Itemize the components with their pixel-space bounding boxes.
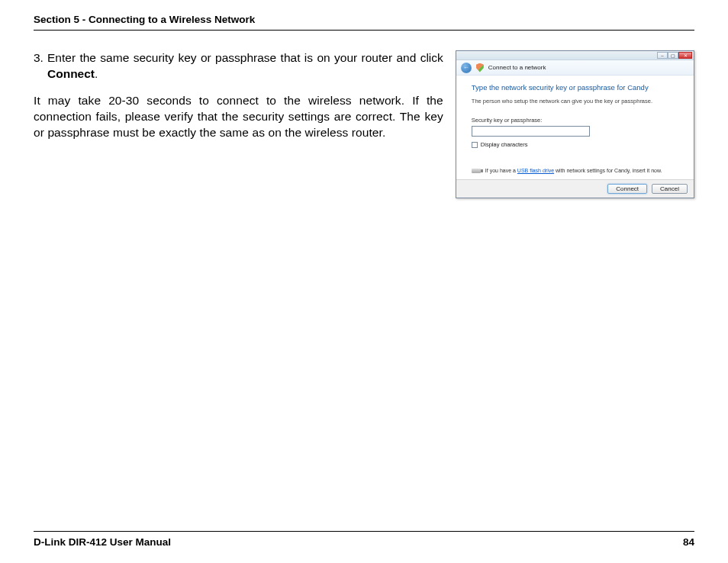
dialog-body: Type the network security key or passphr… [456,76,694,179]
usb-hint-text: If you have a USB flash drive with netwo… [485,168,662,173]
connect-button[interactable]: Connect [607,184,647,194]
step-number: 3. [34,50,47,82]
step-text-bold: Connect [47,67,95,80]
page-footer: D-Link DIR-412 User Manual 84 [34,531,694,548]
page-number: 84 [683,536,694,548]
step-text-pre: Enter the same security key or passphras… [47,51,443,64]
back-arrow-icon: ← [463,64,469,71]
maximize-button[interactable]: ▢ [668,52,678,59]
dialog-title: Connect to a network [488,64,546,71]
window-titlebar: – ▢ ✕ [456,51,694,60]
manual-page: Section 5 - Connecting to a Wireless Net… [0,0,728,563]
content-row: 3. Enter the same security key or passph… [34,50,694,198]
shield-icon [476,63,484,72]
cancel-button[interactable]: Cancel [652,184,688,194]
manual-title: D-Link DIR-412 User Manual [34,536,171,548]
usb-post: with network settings for Candy, insert … [554,168,662,173]
display-characters-label: Display characters [481,141,528,148]
step-text-period: . [95,67,98,80]
security-key-input[interactable] [472,126,590,137]
connect-network-dialog: – ▢ ✕ ← Connect to a network Type the ne… [456,50,694,198]
close-button[interactable]: ✕ [678,52,692,59]
usb-icon [472,169,481,173]
security-key-label: Security key or passphrase: [472,117,678,124]
instruction-text: 3. Enter the same security key or passph… [34,50,443,141]
usb-hint-row: If you have a USB flash drive with netwo… [472,168,678,173]
usb-flash-drive-link[interactable]: USB flash drive [517,168,554,173]
step-3: 3. Enter the same security key or passph… [34,50,443,82]
paragraph-2: It may take 20-30 seconds to connect to … [34,93,443,141]
back-button[interactable]: ← [461,63,472,73]
dialog-subtext: The person who setup the network can giv… [472,98,678,105]
dialog-nav-row: ← Connect to a network [456,60,694,76]
dialog-heading: Type the network security key or passphr… [472,83,678,92]
section-header: Section 5 - Connecting to a Wireless Net… [34,14,694,31]
minimize-button[interactable]: – [657,52,668,59]
display-characters-row: Display characters [472,141,678,148]
usb-pre: If you have a [485,168,517,173]
dialog-button-bar: Connect Cancel [456,179,694,198]
display-characters-checkbox[interactable] [472,142,478,148]
step-body: Enter the same security key or passphras… [47,50,443,82]
